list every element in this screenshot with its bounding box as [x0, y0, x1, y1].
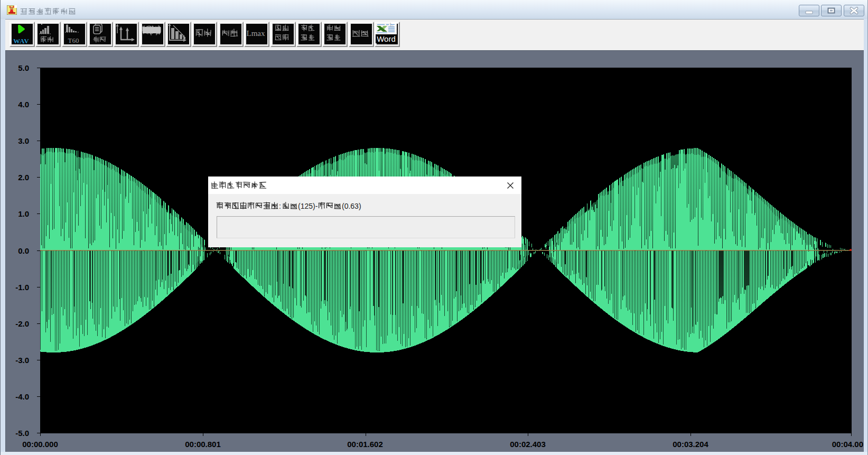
svg-text:(0.63): (0.63) — [342, 202, 361, 210]
svg-text:(125)-: (125)- — [298, 202, 318, 210]
svg-text::: : — [279, 202, 281, 210]
svg-text:Word: Word — [377, 34, 396, 43]
